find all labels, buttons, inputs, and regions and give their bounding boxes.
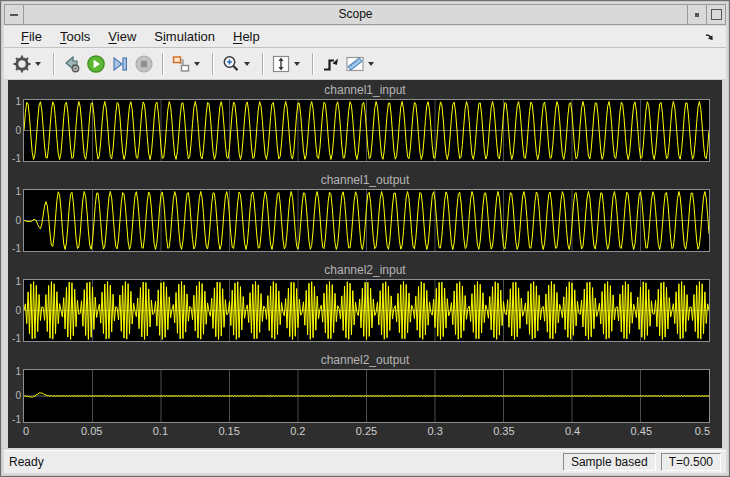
autoscale-icon [271,54,291,74]
play-icon [86,54,106,74]
panel-channel1-input: channel1_input 10-1 [8,82,722,162]
maximize-button[interactable] [706,5,725,24]
x-tick-label: 0.25 [356,425,377,437]
y-tick-label: -1 [12,154,21,164]
y-tick-label: 1 [15,97,21,107]
y-axis-labels: 10-1 [8,369,23,423]
x-tick-label: 0.2 [290,425,305,437]
parameters-dropdown-caret[interactable] [35,62,41,66]
toolbar-separator [312,53,313,75]
x-tick-label: 0.35 [493,425,514,437]
toolbar-separator [212,53,213,75]
y-tick-label: 0 [15,391,21,401]
panel-channel2-output: channel2_output 10-1 00.050.10.150.20.25… [8,352,722,440]
autoscale-button[interactable] [269,52,293,76]
sample-mode-badge: Sample based [563,453,656,471]
simulink-blocks-button[interactable] [169,52,193,76]
x-tick-label: 0.1 [153,425,168,437]
trigger-button[interactable] [319,52,343,76]
maximize-icon [711,9,722,20]
gear-icon [12,54,32,74]
window-menu-button[interactable] [5,5,24,24]
zoom-in-icon [221,54,241,74]
step-forward-icon [110,54,130,74]
window-title: Scope [24,5,687,24]
menu-tools[interactable]: Tools [51,27,99,46]
blocks-dropdown-caret[interactable] [194,62,200,66]
zoom-dropdown-caret[interactable] [244,62,250,66]
measurements-icon [345,54,365,74]
panel-channel2-input: channel2_input 10-1 [8,262,722,342]
blocks-icon [171,54,191,74]
y-tick-label: 0 [15,126,21,136]
stop-icon [134,54,154,74]
y-axis-labels: 10-1 [8,279,23,342]
waveform-plot[interactable] [23,279,710,342]
menu-simulation[interactable]: Simulation [145,27,224,46]
menubar: File Tools View Simulation Help [4,26,726,48]
statusbar: Ready Sample based T=0.500 [4,450,726,473]
go-to-model-button[interactable] [60,52,84,76]
y-tick-label: 1 [15,367,21,377]
y-tick-label: -1 [12,415,21,425]
menu-help[interactable]: Help [224,27,269,46]
menu-file[interactable]: File [12,27,51,46]
x-tick-label: 0.15 [218,425,239,437]
y-axis-labels: 10-1 [8,189,23,252]
y-tick-label: 1 [15,277,21,287]
toolbar-separator [262,53,263,75]
y-tick-label: -1 [12,334,21,344]
step-forward-button[interactable] [108,52,132,76]
waveform-plot[interactable] [23,369,710,423]
menu-view[interactable]: View [99,27,145,46]
panel-channel1-output: channel1_output 10-1 [8,172,722,252]
trigger-icon [321,54,341,74]
parameters-button[interactable] [10,52,34,76]
x-tick-label: 0.4 [565,425,580,437]
measurements-dropdown-caret[interactable] [368,62,374,66]
panel-title: channel1_input [8,82,722,99]
zoom-in-button[interactable] [219,52,243,76]
status-text: Ready [9,455,44,469]
panel-title: channel2_output [8,352,722,369]
minimize-button[interactable] [687,5,706,24]
toolbar-separator [53,53,54,75]
panel-title: channel2_input [8,262,722,279]
y-tick-label: 1 [15,187,21,197]
window-menu-icon [10,14,18,16]
x-axis-labels: 00.050.10.150.20.250.30.350.40.450.5 [23,423,710,440]
waveform-plot[interactable] [23,189,710,252]
x-tick-label: 0 [23,425,29,437]
toolbar [4,48,726,80]
cursor-measurements-button[interactable] [343,52,367,76]
toolbar-separator [162,53,163,75]
y-axis-labels: 10-1 [8,99,23,162]
x-tick-label: 0.05 [81,425,102,437]
minimize-icon [695,13,699,17]
y-tick-label: 0 [15,216,21,226]
scope-window: Scope File Tools View Simulation Help [0,0,730,477]
go-to-model-icon [62,54,82,74]
sim-time-badge: T=0.500 [661,453,721,471]
scope-display: channel1_input 10-1 channel1_output 10-1… [8,80,722,448]
run-button[interactable] [84,52,108,76]
x-tick-label: 0.5 [695,425,710,437]
x-tick-label: 0.3 [428,425,443,437]
titlebar[interactable]: Scope [4,4,726,25]
autoscale-dropdown-caret[interactable] [294,62,300,66]
y-tick-label: -1 [12,244,21,254]
waveform-plot[interactable] [23,99,710,162]
panel-title: channel1_output [8,172,722,189]
dock-icon[interactable] [702,29,718,45]
x-tick-label: 0.45 [631,425,652,437]
y-tick-label: 0 [15,306,21,316]
stop-button[interactable] [132,52,156,76]
